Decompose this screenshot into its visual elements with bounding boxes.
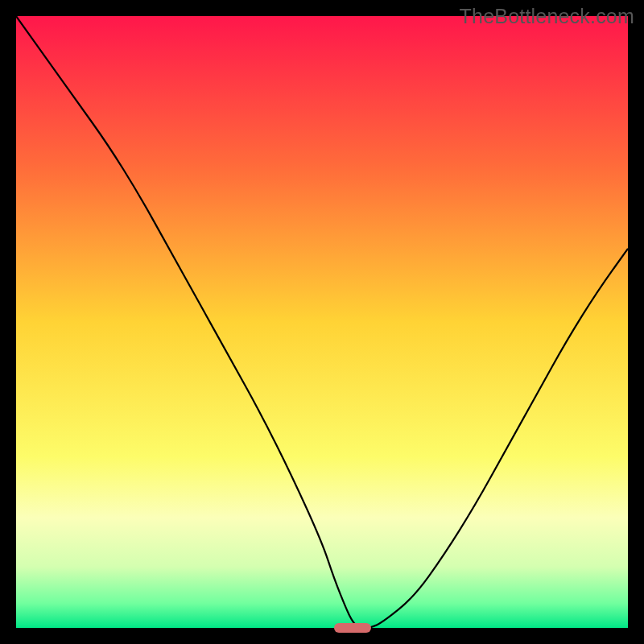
chart-container: TheBottleneck.com <box>0 0 644 644</box>
plot-area <box>16 16 628 628</box>
curve-path <box>16 16 628 628</box>
watermark-text: TheBottleneck.com <box>460 5 634 28</box>
bottleneck-curve <box>16 16 628 628</box>
optimal-marker <box>334 623 371 632</box>
